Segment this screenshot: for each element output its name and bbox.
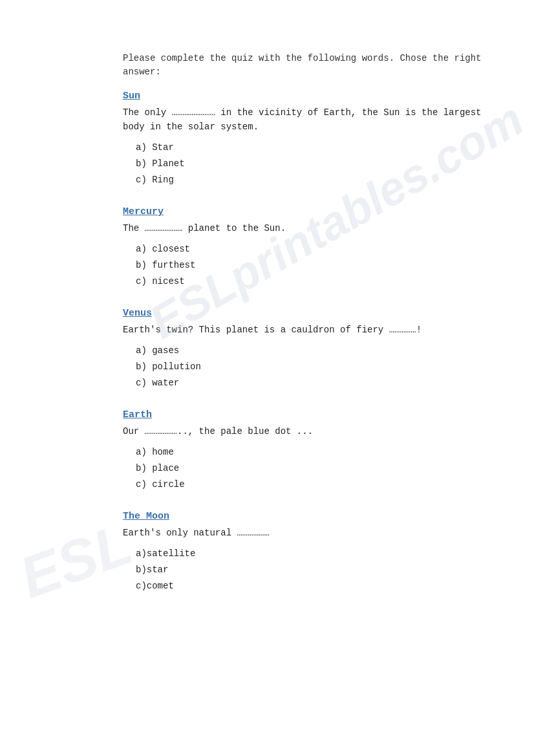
option-moon-1: b)star — [136, 562, 495, 578]
option-mercury-2: c) nicest — [136, 274, 495, 290]
option-moon-0: a)satellite — [136, 546, 495, 562]
option-sun-1: b) Planet — [136, 156, 495, 172]
option-mercury-1: b) furthest — [136, 257, 495, 274]
options-list-sun: a) Starb) Planetc) Ring — [123, 140, 495, 189]
option-venus-0: a) gases — [136, 343, 495, 359]
question-title-earth: Earth — [123, 409, 152, 420]
options-list-mercury: a) closestb) furthestc) nicest — [123, 241, 495, 290]
option-venus-1: b) pollution — [136, 359, 495, 375]
options-list-venus: a) gasesb) pollutionc) water — [123, 343, 495, 392]
question-title-venus: Venus — [123, 308, 152, 319]
option-earth-0: a) home — [136, 444, 495, 460]
question-text-moon: Earth's only natural ……………… — [123, 526, 495, 540]
option-sun-0: a) Star — [136, 140, 495, 156]
question-title-sun: Sun — [123, 91, 140, 102]
question-text-venus: Earth's twin? This planet is a cauldron … — [123, 323, 495, 337]
options-list-earth: a) homeb) placec) circle — [123, 444, 495, 493]
question-block-sun: SunThe only …………………… in the vicinity of … — [123, 91, 495, 188]
option-moon-2: c)comet — [136, 578, 495, 594]
question-block-moon: The MoonEarth's only natural ………………a)sat… — [123, 511, 495, 594]
instructions-text: Please complete the quiz with the follow… — [123, 52, 495, 79]
options-list-moon: a)satelliteb)starc)comet — [123, 546, 495, 595]
option-sun-2: c) Ring — [136, 172, 495, 188]
question-text-earth: Our ……………….., the pale blue dot ... — [123, 424, 495, 438]
questions-container: SunThe only …………………… in the vicinity of … — [123, 91, 495, 594]
option-mercury-0: a) closest — [136, 241, 495, 257]
question-title-mercury: Mercury — [123, 206, 164, 217]
question-block-earth: EarthOur ……………….., the pale blue dot ...… — [123, 409, 495, 493]
option-venus-2: c) water — [136, 375, 495, 391]
question-block-mercury: MercuryThe ………………… planet to the Sun.a) … — [123, 206, 495, 290]
option-earth-2: c) circle — [136, 477, 495, 493]
question-text-mercury: The ………………… planet to the Sun. — [123, 221, 495, 235]
page-container: Please complete the quiz with the follow… — [0, 0, 534, 651]
question-text-sun: The only …………………… in the vicinity of Ear… — [123, 105, 495, 135]
option-earth-1: b) place — [136, 460, 495, 477]
question-block-venus: VenusEarth's twin? This planet is a caul… — [123, 308, 495, 391]
question-title-moon: The Moon — [123, 511, 169, 522]
